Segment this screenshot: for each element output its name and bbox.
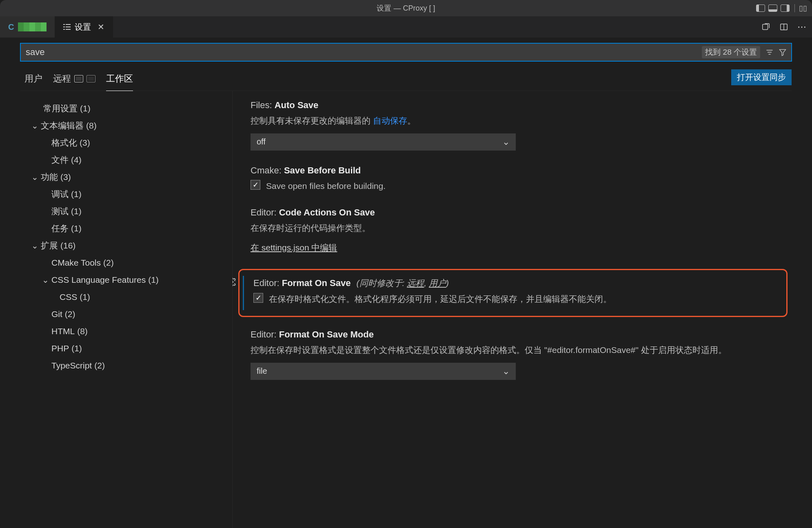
setting-scope-label: Editor:	[251, 329, 277, 339]
chevron-down-icon	[502, 366, 510, 377]
outline-item[interactable]: 调试 (1)	[20, 186, 232, 203]
outline-item-label: TypeScript	[51, 361, 92, 370]
outline-item[interactable]: 常用设置 (1)	[20, 100, 232, 117]
tab-file-cproxy[interactable]: C	[0, 16, 55, 38]
setting-files-auto-save: Files: Auto Save 控制具有未保存更改的编辑器的 自动保存。 of…	[251, 100, 792, 151]
close-icon[interactable]: ✕	[98, 22, 104, 32]
settings-search-input[interactable]	[25, 47, 702, 58]
outline-item-label: 文本编辑器	[41, 120, 84, 131]
outline-item-label: PHP	[51, 344, 69, 353]
outline-item[interactable]: TypeScript (2)	[20, 357, 232, 374]
setting-editor-format-on-save: Editor: Format On Save (同时修改于: 远程, 用户) 在…	[251, 269, 792, 317]
outline-item-label: 任务	[51, 223, 69, 234]
outline-item[interactable]: HTML (8)	[20, 323, 232, 340]
c-file-icon: C	[8, 22, 14, 32]
outline-item-label: 功能	[41, 171, 58, 183]
search-result-count: 找到 28 个设置	[702, 46, 760, 58]
outline-item-label: HTML	[51, 326, 75, 336]
redacted-label	[18, 22, 47, 31]
setting-scope-label: Files:	[251, 100, 272, 110]
outline-item-count: (2)	[65, 309, 75, 319]
outline-item-label: CMake Tools	[51, 258, 101, 268]
setting-description: 控制在保存时设置格式是设置整个文件格式还是仅设置修改内容的格式。仅当 "#edi…	[251, 343, 792, 357]
outline-item-count: (1)	[71, 344, 82, 353]
outline-item[interactable]: CSS (1)	[20, 288, 232, 306]
checkbox-label: Save open files before building.	[266, 179, 386, 193]
outline-item-count: (2)	[103, 258, 114, 268]
scope-tab-remote-label: 远程	[53, 73, 71, 85]
remote-icon	[87, 75, 95, 82]
more-actions-icon[interactable]: ⋯	[797, 22, 806, 31]
edit-in-settings-json-link[interactable]: 在 settings.json 中编辑	[251, 243, 337, 252]
modified-remote-link[interactable]: 远程	[407, 278, 424, 288]
toggle-primary-sidebar-icon[interactable]	[756, 4, 765, 12]
outline-item[interactable]: CMake Tools (2)	[20, 254, 232, 271]
outline-item[interactable]: 文本编辑器 (8)	[20, 117, 232, 134]
outline-item-label: 扩展	[41, 240, 58, 251]
save-before-build-checkbox[interactable]	[251, 180, 260, 190]
setting-name: Format On Save	[282, 278, 351, 288]
tab-label: 设置	[75, 22, 91, 33]
outline-item[interactable]: PHP (1)	[20, 340, 232, 357]
open-settings-json-icon[interactable]	[761, 22, 770, 31]
remote-icon	[74, 75, 83, 82]
outline-item-label: 测试	[51, 206, 69, 217]
settings-filter-icon[interactable]	[765, 48, 774, 57]
settings-outline: 常用设置 (1)文本编辑器 (8)格式化 (3)文件 (4)功能 (3)调试 (…	[20, 91, 233, 528]
outline-item-count: (3)	[80, 138, 90, 148]
outline-item-count: (1)	[71, 206, 82, 216]
customize-layout-icon[interactable]: ▯▯	[799, 4, 807, 13]
scope-tab-workspace[interactable]: 工作区	[106, 73, 133, 91]
outline-item-count: (1)	[148, 275, 159, 285]
outline-item[interactable]: Git (2)	[20, 306, 232, 323]
setting-editor-code-actions-on-save: Editor: Code Actions On Save 在保存时运行的代码操作…	[251, 207, 792, 254]
tab-settings[interactable]: 设置 ✕	[55, 16, 113, 38]
outline-item-label: 格式化	[51, 137, 77, 149]
open-settings-sync-button[interactable]: 打开设置同步	[731, 69, 792, 85]
outline-item-label: Git	[51, 309, 62, 319]
select-value: off	[257, 137, 266, 146]
scope-tab-workspace-label: 工作区	[106, 73, 133, 85]
scope-tab-user-label: 用户	[24, 73, 42, 85]
outline-item[interactable]: 任务 (1)	[20, 220, 232, 237]
modified-user-link[interactable]: 用户	[429, 278, 446, 288]
outline-item[interactable]: CSS Language Features (1)	[20, 271, 232, 288]
auto-save-select[interactable]: off	[251, 133, 516, 151]
outline-item-count: (2)	[94, 361, 105, 370]
settings-search-box[interactable]: 找到 28 个设置	[20, 43, 792, 61]
highlighted-setting-box: Editor: Format On Save (同时修改于: 远程, 用户) 在…	[238, 269, 788, 317]
gear-icon[interactable]	[233, 277, 237, 289]
window-titlebar: 设置 — CProxy [ ] ▯▯	[0, 0, 812, 16]
outline-item-label: 常用设置	[43, 103, 78, 114]
toggle-panel-icon[interactable]	[768, 4, 777, 12]
clear-search-icon[interactable]	[778, 48, 787, 57]
outline-item[interactable]: 测试 (1)	[20, 203, 232, 220]
auto-save-link[interactable]: 自动保存	[373, 116, 407, 125]
format-on-save-mode-select[interactable]: file	[251, 363, 516, 380]
settings-scope-tabs: 用户 远程 工作区 打开设置同步	[20, 67, 792, 91]
format-on-save-checkbox[interactable]	[253, 293, 263, 303]
setting-name: Auto Save	[275, 100, 319, 110]
separator	[794, 4, 795, 12]
outline-item[interactable]: 格式化 (3)	[20, 134, 232, 151]
chevron-down-icon	[42, 276, 49, 284]
setting-editor-format-on-save-mode: Editor: Format On Save Mode 控制在保存时设置格式是设…	[251, 329, 792, 380]
setting-name: Format On Save Mode	[279, 329, 374, 339]
outline-item[interactable]: 扩展 (16)	[20, 237, 232, 254]
setting-scope-label: Editor:	[253, 278, 280, 288]
scope-tab-remote[interactable]: 远程	[53, 73, 95, 91]
settings-content: Files: Auto Save 控制具有未保存更改的编辑器的 自动保存。 of…	[233, 91, 800, 528]
setting-description: 控制具有未保存更改的编辑器的 自动保存。	[251, 114, 792, 128]
outline-item-count: (8)	[86, 121, 97, 131]
outline-item[interactable]: 功能 (3)	[20, 169, 232, 186]
editor-tabbar: C 设置 ✕ ⋯	[0, 16, 812, 38]
toggle-secondary-sidebar-icon[interactable]	[781, 4, 790, 12]
setting-scope-label: Cmake:	[251, 165, 282, 175]
scope-tab-user[interactable]: 用户	[24, 73, 42, 91]
split-editor-icon[interactable]	[779, 22, 788, 31]
outline-item-label: 文件	[51, 154, 69, 166]
outline-item[interactable]: 文件 (4)	[20, 151, 232, 169]
outline-item-count: (16)	[60, 241, 75, 251]
select-value: file	[257, 366, 267, 376]
setting-scope-label: Editor:	[251, 207, 277, 217]
